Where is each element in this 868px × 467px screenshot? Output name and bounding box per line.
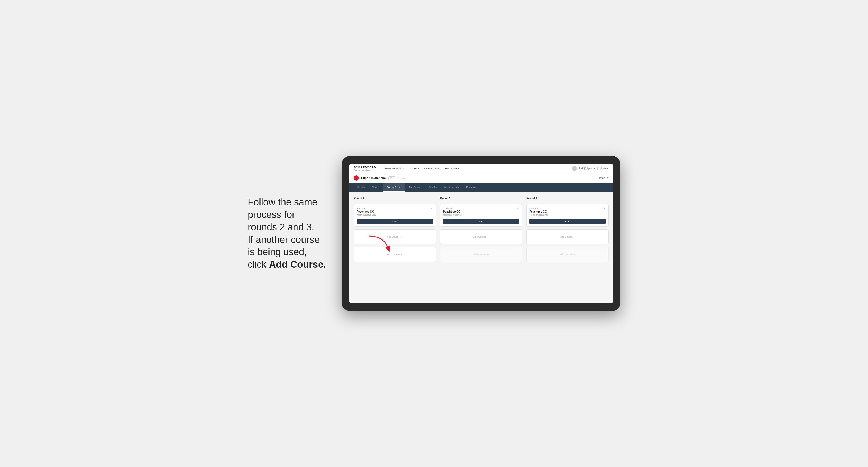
tournament-name: Clippd Invitational <box>361 177 386 180</box>
round-3-add-course-1[interactable]: Add Course + <box>526 229 609 244</box>
tournament-type: Men <box>389 177 395 180</box>
round-1-plus-1: + <box>401 235 402 239</box>
round-2-plus-1: + <box>487 235 489 239</box>
user-avatar <box>572 166 577 171</box>
nav-links: TOURNAMENTS TEAMS COMMITTEE RANKINGS <box>384 166 566 171</box>
round-1-course-label: (Course A) <box>356 207 433 210</box>
tab-printables[interactable]: Printables <box>462 183 480 192</box>
round-2-add-text-2: Add Course <box>473 253 486 256</box>
sub-header: C Clippd Invitational Men Hosting Cancel… <box>349 173 613 183</box>
round-3-add-course-2: Add Course + <box>526 247 609 262</box>
tablet-device: SCOREBOARD Powered by clippd TOURNAMENTS… <box>342 156 620 311</box>
nav-committee[interactable]: COMMITTEE <box>425 166 440 171</box>
logo-title: SCOREBOARD <box>354 166 376 169</box>
tab-details[interactable]: Details <box>354 183 369 192</box>
round-2-course-card: ✕ (Course A) Peachtree GC Yellow (M) (66… <box>440 204 522 227</box>
round-3-edit-button[interactable]: Edit <box>529 219 606 224</box>
round-2-title: Round 2 <box>440 197 522 200</box>
main-content: Round 1 ✕ (Course A) Peachtree GC Yellow… <box>349 192 613 303</box>
round-2-edit-button[interactable]: Edit <box>443 219 519 224</box>
round-1-add-text-2: Add Course <box>387 253 400 256</box>
scoreboard-logo: SCOREBOARD Powered by clippd <box>354 166 376 171</box>
rounds-grid: Round 1 ✕ (Course A) Peachtree GC Yellow… <box>354 197 609 262</box>
round-1-add-text-1: Add Course <box>387 236 400 238</box>
round-3-plus-1: + <box>574 235 575 239</box>
round-2-course-label: (Course A) <box>443 207 519 210</box>
hosting-badge: Hosting <box>398 177 405 179</box>
round-1-edit-button[interactable]: Edit <box>356 219 433 224</box>
round-3-plus-2: + <box>574 253 575 256</box>
tabs-bar: Details Teams Course Setup Tee Groups Re… <box>349 183 613 192</box>
tab-leaderboards[interactable]: Leaderboards <box>440 183 463 192</box>
round-3-column: Round 3 ✕ (Course A) Peachtree GC Yellow… <box>526 197 609 262</box>
round-2-plus-2: + <box>487 253 489 256</box>
round-2-add-course-1[interactable]: Add Course + <box>440 229 522 244</box>
round-2-course-name: Peachtree GC <box>443 210 519 213</box>
tablet-screen: SCOREBOARD Powered by clippd TOURNAMENTS… <box>349 164 613 303</box>
sign-out-link[interactable]: Sign out <box>600 167 609 170</box>
round-1-course-details: Yellow (M) (6629 yds) <box>356 214 433 216</box>
round-1-add-course-2[interactable]: Add Course + <box>354 247 436 262</box>
round-1-delete-icon[interactable]: ✕ <box>430 207 433 210</box>
top-nav: SCOREBOARD Powered by clippd TOURNAMENTS… <box>349 164 613 173</box>
logo-sub: Powered by clippd <box>354 169 376 171</box>
round-3-course-name: Peachtree GC <box>529 210 606 213</box>
round-1-add-course-1[interactable]: Add Course + <box>354 229 436 244</box>
round-1-course-card: ✕ (Course A) Peachtree GC Yellow (M) (66… <box>354 204 436 227</box>
tournament-info: C Clippd Invitational Men Hosting <box>354 175 405 181</box>
round-3-course-details: Yellow (M) (6629 yds) <box>529 214 606 216</box>
cancel-button[interactable]: Cancel ✕ <box>598 177 609 179</box>
round-1-plus-2: + <box>401 253 402 256</box>
tournament-logo: C <box>354 175 359 181</box>
tab-course-setup[interactable]: Course Setup <box>383 183 405 192</box>
nav-teams[interactable]: TEAMS <box>410 166 419 171</box>
user-email: blair@clippd.io <box>579 167 595 170</box>
round-3-add-text-2: Add Course <box>560 253 572 256</box>
round-3-title: Round 3 <box>526 197 609 200</box>
round-3-add-text-1: Add Course <box>560 236 572 238</box>
round-2-course-details: Yellow (M) (6629 yds) <box>443 214 519 216</box>
nav-right: blair@clippd.io | Sign out <box>572 166 609 171</box>
round-2-add-text-1: Add Course <box>473 236 486 238</box>
tab-tee-groups[interactable]: Tee Groups <box>405 183 425 192</box>
round-1-column: Round 1 ✕ (Course A) Peachtree GC Yellow… <box>354 197 436 262</box>
nav-tournaments[interactable]: TOURNAMENTS <box>384 166 404 171</box>
nav-separator: | <box>597 167 598 170</box>
round-2-add-course-2: Add Course + <box>440 247 522 262</box>
round-2-column: Round 2 ✕ (Course A) Peachtree GC Yellow… <box>440 197 522 262</box>
round-2-delete-icon[interactable]: ✕ <box>516 207 520 210</box>
round-3-course-card: ✕ (Course A) Peachtree GC Yellow (M) (66… <box>526 204 609 227</box>
round-1-course-name: Peachtree GC <box>356 210 433 213</box>
instruction-text: Follow the same process for rounds 2 and… <box>248 196 326 271</box>
nav-rankings[interactable]: RANKINGS <box>445 166 459 171</box>
round-3-delete-icon[interactable]: ✕ <box>602 207 606 210</box>
tab-teams[interactable]: Teams <box>369 183 383 192</box>
round-3-course-label: (Course A) <box>529 207 606 210</box>
round-1-title: Round 1 <box>354 197 436 200</box>
tab-results[interactable]: Results <box>425 183 440 192</box>
